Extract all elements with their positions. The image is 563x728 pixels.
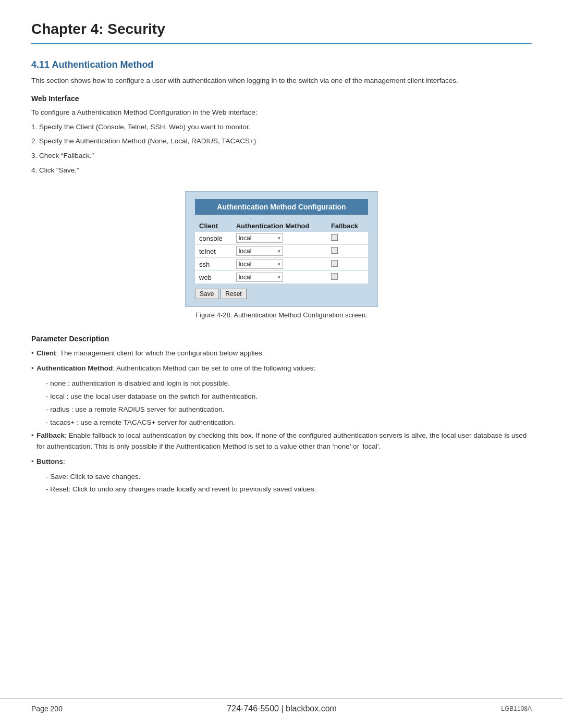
button-row: Save Reset xyxy=(195,289,368,299)
param-auth-desc: : Authentication Method can be set to on… xyxy=(113,364,315,372)
config-table-title: Authentication Method Configuration xyxy=(195,199,368,215)
param-fallback-term: Fallback xyxy=(36,431,65,439)
param-auth-sub-0: - none : authentication is disabled and … xyxy=(31,378,532,389)
param-fallback-desc: : Enable fallback to local authenticatio… xyxy=(36,431,527,450)
fallback-web xyxy=(327,271,368,284)
param-client: Client: The management client for which … xyxy=(31,348,532,359)
param-auth-sub-1: - local : use the local user database on… xyxy=(31,391,532,402)
reset-button[interactable]: Reset xyxy=(221,289,246,299)
save-button[interactable]: Save xyxy=(195,289,218,299)
client-web: web xyxy=(195,271,232,284)
method-select-ssh[interactable]: local ▾ xyxy=(236,260,283,269)
param-buttons-sub-0: - Save: Click to save changes. xyxy=(31,472,532,483)
param-auth-term: Authentication Method xyxy=(36,364,113,372)
param-auth-method: Authentication Method: Authentication Me… xyxy=(31,363,532,374)
chapter-header: Chapter 4: Security xyxy=(31,21,532,44)
col-fallback: Fallback xyxy=(327,220,368,232)
config-table-wrapper: Authentication Method Configuration Clie… xyxy=(185,191,378,307)
method-select-web[interactable]: local ▾ xyxy=(236,273,283,282)
config-figure: Authentication Method Configuration Clie… xyxy=(31,191,532,319)
table-row: ssh local ▾ xyxy=(195,258,368,271)
footer-doc-id: LGB1108A xyxy=(501,705,532,712)
method-ssh: local ▾ xyxy=(232,258,327,271)
chevron-down-icon: ▾ xyxy=(278,236,280,241)
param-heading: Parameter Description xyxy=(31,335,532,343)
col-client: Client xyxy=(195,220,232,232)
chevron-down-icon: ▾ xyxy=(278,275,280,280)
param-fallback: Fallback: Enable fallback to local authe… xyxy=(31,430,532,452)
instruction-4: 4. Click “Save.” xyxy=(31,165,532,176)
chevron-down-icon: ▾ xyxy=(278,262,280,267)
footer-page-label: Page 200 xyxy=(31,705,63,713)
instruction-0: To configure a Authentication Method Con… xyxy=(31,107,532,118)
instruction-3: 3. Check “Fallback.” xyxy=(31,150,532,162)
web-interface-heading: Web Interface xyxy=(31,94,532,103)
method-telnet: local ▾ xyxy=(232,245,327,258)
section-intro: This section shows how to configure a us… xyxy=(31,76,532,86)
fallback-checkbox-telnet[interactable] xyxy=(331,247,338,254)
instruction-1: 1. Specify the Client (Console, Telnet, … xyxy=(31,121,532,133)
client-ssh: ssh xyxy=(195,258,232,271)
fallback-checkbox-ssh[interactable] xyxy=(331,260,338,267)
client-telnet: telnet xyxy=(195,245,232,258)
section-title: 4.11 Authentication Method xyxy=(31,59,153,70)
method-console: local ▾ xyxy=(232,232,327,245)
figure-caption: Figure 4-28. Authentication Method Confi… xyxy=(195,311,368,319)
method-select-console[interactable]: local ▾ xyxy=(236,233,283,243)
section-name: Authentication Method xyxy=(52,59,153,70)
footer-center: 724-746-5500 | blackbox.com xyxy=(227,704,337,713)
fallback-telnet xyxy=(327,245,368,258)
fallback-console xyxy=(327,232,368,245)
fallback-checkbox-console[interactable] xyxy=(331,234,338,241)
fallback-ssh xyxy=(327,258,368,271)
table-row: telnet local ▾ xyxy=(195,245,368,258)
param-client-desc: : The management client for which the co… xyxy=(56,349,264,357)
param-auth-sub-3: - tacacs+ : use a remote TACACS+ server … xyxy=(31,417,532,428)
col-auth-method: Authentication Method xyxy=(232,220,327,232)
chevron-down-icon: ▾ xyxy=(278,249,280,254)
section-number: 4.11 xyxy=(31,59,50,70)
table-row: console local ▾ xyxy=(195,232,368,245)
param-buttons-desc: : xyxy=(63,458,65,465)
client-console: console xyxy=(195,232,232,245)
fallback-checkbox-web[interactable] xyxy=(331,273,338,280)
config-table: Client Authentication Method Fallback co… xyxy=(195,220,368,283)
param-buttons-term: Buttons xyxy=(36,458,63,465)
param-client-term: Client xyxy=(36,349,56,357)
instruction-2: 2. Specify the Authentication Method (No… xyxy=(31,135,532,147)
chapter-title: Chapter 4: Security xyxy=(31,21,165,37)
page-footer: Page 200 724-746-5500 | blackbox.com LGB… xyxy=(0,698,563,713)
param-buttons: Buttons: xyxy=(31,456,532,467)
method-select-telnet[interactable]: local ▾ xyxy=(236,246,283,256)
param-buttons-sub-1: - Reset: Click to undo any changes made … xyxy=(31,484,532,495)
table-row: web local ▾ xyxy=(195,271,368,284)
param-auth-sub-2: - radius : use a remote RADIUS server fo… xyxy=(31,404,532,415)
method-web: local ▾ xyxy=(232,271,327,284)
param-section: Parameter Description Client: The manage… xyxy=(31,335,532,497)
